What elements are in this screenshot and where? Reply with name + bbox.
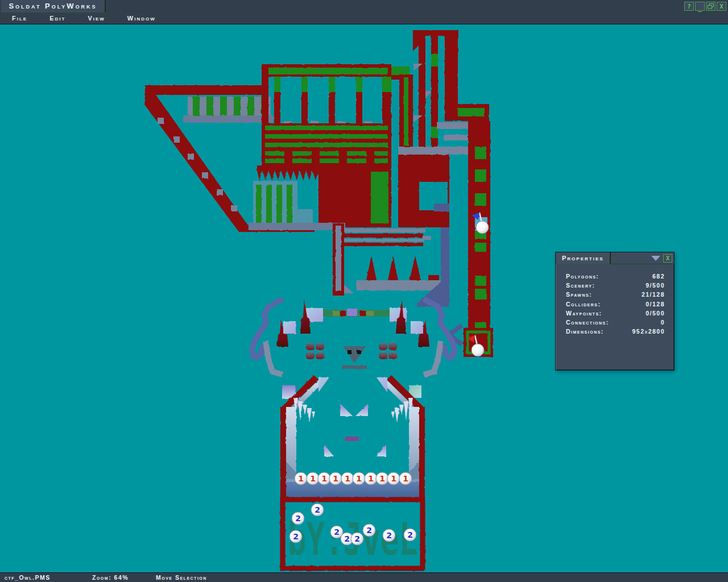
properties-panel-controls: X bbox=[651, 254, 672, 263]
property-value: 682 bbox=[652, 273, 665, 280]
spawn-point-team2[interactable]: 2 bbox=[383, 529, 395, 542]
svg-text:2: 2 bbox=[293, 532, 299, 541]
property-value: 952x2800 bbox=[632, 328, 665, 335]
close-icon: X bbox=[719, 3, 723, 10]
minimize-button[interactable]: _ bbox=[695, 2, 705, 11]
properties-panel: Properties X Polygons:682Scenery:9/500Sp… bbox=[555, 252, 675, 371]
svg-text:1: 1 bbox=[368, 474, 374, 483]
svg-text:1: 1 bbox=[403, 474, 408, 483]
svg-text:1: 1 bbox=[321, 474, 327, 483]
property-row: Waypoints:0/500 bbox=[556, 309, 674, 318]
svg-text:2: 2 bbox=[366, 526, 372, 535]
properties-panel-tab: Properties bbox=[556, 252, 611, 264]
svg-text:2: 2 bbox=[295, 514, 301, 523]
svg-text:1: 1 bbox=[298, 474, 304, 483]
status-zoom-level: Zoom: 64% bbox=[92, 574, 129, 581]
property-value: 9/500 bbox=[646, 282, 665, 289]
spawn-point-team2[interactable]: 2 bbox=[363, 524, 375, 537]
svg-text:2: 2 bbox=[344, 534, 350, 543]
spawn-point-team1[interactable]: 1 bbox=[365, 472, 377, 485]
svg-text:2: 2 bbox=[315, 505, 320, 514]
spawn-point-team2[interactable]: 2 bbox=[351, 533, 363, 545]
property-row: Polygons:682 bbox=[556, 272, 674, 281]
svg-text:1: 1 bbox=[310, 474, 316, 483]
spawn-point-team2[interactable]: 2 bbox=[404, 529, 416, 541]
properties-panel-body: Polygons:682Scenery:9/500Spawns:21/128Co… bbox=[556, 264, 674, 336]
window-titlebar[interactable]: Soldat PolyWorks ? _ X bbox=[0, 0, 728, 13]
spawn-point-team1[interactable]: 1 bbox=[387, 472, 400, 485]
restore-button[interactable] bbox=[706, 2, 715, 11]
property-label: Waypoints: bbox=[566, 310, 602, 317]
property-value: 0/500 bbox=[646, 310, 665, 317]
property-label: Colliders: bbox=[566, 301, 601, 307]
window-title: Soldat PolyWorks bbox=[9, 2, 97, 10]
svg-text:1: 1 bbox=[379, 474, 385, 483]
property-row: Scenery:9/500 bbox=[556, 281, 674, 290]
property-row: Spawns:21/128 bbox=[556, 290, 674, 299]
svg-text:1: 1 bbox=[356, 474, 362, 483]
minimize-icon: _ bbox=[698, 5, 702, 11]
svg-text:2: 2 bbox=[334, 527, 340, 537]
spawn-point-team1[interactable]: 1 bbox=[318, 472, 330, 485]
map-canvas[interactable]: .r{fill:#8c0d10}.g{fill:#1f8a1f}.gy{fill… bbox=[0, 24, 728, 572]
svg-text:1: 1 bbox=[391, 474, 396, 483]
status-active-tool: Move Selection bbox=[156, 574, 207, 581]
svg-text:2: 2 bbox=[354, 534, 360, 543]
property-value: 0/128 bbox=[646, 301, 665, 307]
collapse-panel-icon[interactable] bbox=[651, 256, 660, 261]
spawn-point-team1[interactable]: 1 bbox=[399, 472, 412, 485]
properties-panel-title: Properties bbox=[562, 255, 604, 261]
svg-text:1: 1 bbox=[333, 474, 338, 483]
property-label: Connections: bbox=[566, 319, 609, 326]
spawn-point-team1[interactable]: 1 bbox=[353, 472, 365, 485]
menu-item-view[interactable]: View bbox=[88, 15, 105, 22]
property-row: Connections:0 bbox=[556, 318, 674, 327]
property-label: Spawns: bbox=[566, 291, 592, 298]
status-filename: ctf_Owl.PMS bbox=[5, 574, 51, 581]
menu-item-window[interactable]: Window bbox=[127, 15, 156, 22]
help-icon: ? bbox=[687, 3, 691, 10]
status-bar: ctf_Owl.PMS Zoom: 64% Move Selection bbox=[0, 572, 728, 582]
icicles bbox=[293, 398, 413, 423]
menu-item-file[interactable]: File bbox=[12, 15, 27, 22]
spawn-point-team1[interactable]: 1 bbox=[376, 472, 388, 485]
spawn-point-team2[interactable]: 2 bbox=[311, 504, 324, 516]
property-label: Polygons: bbox=[566, 273, 599, 280]
spawn-point-team2[interactable]: 2 bbox=[292, 512, 304, 525]
spawn-point-team1[interactable]: 1 bbox=[329, 472, 342, 485]
close-button[interactable]: X bbox=[717, 2, 726, 11]
spawn-point-team1[interactable]: 1 bbox=[295, 472, 307, 485]
panel-close-button[interactable]: X bbox=[663, 254, 672, 263]
window-title-tab: Soldat PolyWorks bbox=[1, 0, 106, 13]
menu-item-edit[interactable]: Edit bbox=[49, 15, 65, 22]
svg-text:2: 2 bbox=[386, 531, 392, 540]
property-label: Scenery: bbox=[566, 282, 595, 289]
property-label: Dimensions: bbox=[566, 328, 604, 335]
svg-text:1: 1 bbox=[345, 474, 350, 483]
menu-bar: FileEditViewWindow bbox=[0, 13, 728, 24]
spawn-point-team2[interactable]: 2 bbox=[289, 530, 302, 543]
property-value: 0 bbox=[661, 319, 665, 326]
restore-icon bbox=[708, 3, 714, 9]
spawn-point-team1[interactable]: 1 bbox=[341, 472, 354, 485]
map-polygons[interactable]: bY:JveL bbox=[144, 30, 493, 568]
spawn-point-team1[interactable]: 1 bbox=[307, 472, 319, 485]
properties-panel-titlebar[interactable]: Properties X bbox=[556, 252, 674, 264]
property-row: Colliders:0/128 bbox=[556, 300, 674, 309]
window-controls: ? _ X bbox=[684, 2, 726, 11]
property-row: Dimensions:952x2800 bbox=[556, 327, 674, 336]
property-value: 21/128 bbox=[642, 291, 665, 298]
svg-text:2: 2 bbox=[407, 530, 413, 539]
help-button[interactable]: ? bbox=[684, 2, 694, 11]
panel-close-icon: X bbox=[666, 255, 670, 262]
